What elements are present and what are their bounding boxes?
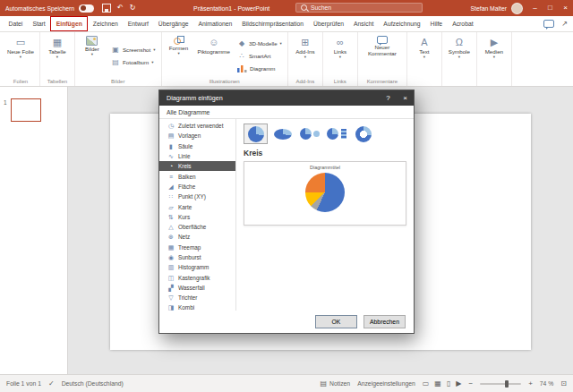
stock-chart-icon: ⇅ — [167, 214, 175, 220]
autosave-toggle[interactable] — [79, 4, 94, 13]
chart-subtype-kreis[interactable] — [244, 124, 268, 144]
share-icon[interactable]: ↗ — [561, 21, 568, 28]
user-name[interactable]: Stefan Malter — [471, 5, 507, 12]
chart-category-balken[interactable]: ≡Balken — [159, 171, 235, 181]
maximize-icon[interactable]: □ — [543, 0, 558, 16]
ribbon-button-3d-modelle[interactable]: ◆3D-Modelle▾ — [235, 38, 285, 49]
zoom-slider-knob[interactable] — [505, 380, 509, 388]
ribbon-button-fotoalbum[interactable]: ▤Fotoalbum▾ — [108, 56, 158, 68]
chart-subtype-ring[interactable] — [351, 124, 375, 144]
chart-category-linie[interactable]: ∿Linie — [159, 151, 235, 161]
ribbon-button-symbole[interactable]: ΩSymbole▾ — [445, 34, 474, 86]
slideshow-icon[interactable]: ▶ — [456, 380, 461, 388]
category-label: Punkt (XY) — [178, 193, 206, 200]
display-settings-button[interactable]: Anzeigeeinstellungen — [357, 380, 415, 387]
tab-start[interactable]: Start — [28, 16, 50, 31]
tab-hilfe[interactable]: Hilfe — [425, 16, 448, 31]
ribbon-button-diagramm[interactable]: Diagramm — [235, 63, 285, 74]
chart-category-kombi[interactable]: ◨Kombi — [159, 303, 235, 311]
smartart-icon: ∴ — [237, 53, 246, 60]
ribbon-button-text[interactable]: AText▾ — [410, 34, 439, 86]
zoom-in-button[interactable]: + — [528, 380, 533, 388]
tab-aufzeichnung[interactable]: Aufzeichnung — [379, 16, 425, 31]
ribbon-button-piktogramme[interactable]: ☺Piktogramme — [195, 34, 233, 78]
reading-view-icon[interactable]: ▯ — [447, 380, 450, 388]
chart-category-kastengrafik[interactable]: ◫Kastengrafik — [159, 272, 235, 282]
ribbon-button-formen[interactable]: Formen▾ — [165, 34, 193, 78]
tab-ansicht[interactable]: Ansicht — [349, 16, 379, 31]
ribbon-button-add-ins[interactable]: ⊞Add-Ins▾ — [291, 34, 320, 78]
dialog-close-icon[interactable]: × — [397, 90, 414, 106]
slide-sorter-icon[interactable]: ▦ — [434, 380, 441, 388]
redo-icon[interactable]: ↻ — [130, 4, 136, 12]
dialog-help-icon[interactable]: ? — [380, 90, 397, 106]
search-box[interactable]: Suchen — [295, 3, 423, 13]
chart-category-oberfläche[interactable]: △Oberfläche — [159, 222, 235, 232]
ribbon-button-screenshot[interactable]: ▣Screenshot▾ — [108, 44, 158, 55]
chart-preview[interactable]: Diagrammtitel — [244, 161, 406, 226]
zoom-slider[interactable] — [480, 383, 521, 385]
normal-view-icon[interactable]: ▭ — [423, 380, 430, 388]
avatar[interactable] — [511, 3, 523, 14]
chart-category-netz[interactable]: ⊛Netz — [159, 232, 235, 242]
zoom-out-button[interactable]: − — [468, 380, 473, 388]
chart-category-kreis[interactable]: ◔Kreis — [159, 161, 235, 171]
comments-icon[interactable] — [543, 20, 554, 28]
screenshot-icon: ▣ — [111, 47, 120, 54]
bar-of-pie-icon — [327, 126, 346, 142]
ribbon-button-links[interactable]: ∞Links▾ — [326, 34, 355, 78]
chart-category-punkt-xy[interactable]: ∷Punkt (XY) — [159, 192, 235, 201]
tab-entwurf[interactable]: Entwurf — [123, 16, 153, 31]
button-label: Medien — [485, 48, 503, 55]
ribbon-button-smartart[interactable]: ∴SmartArt — [235, 50, 285, 62]
undo-icon[interactable]: ↶ — [117, 4, 124, 12]
ribbon-button-tabelle[interactable]: ▦Tabelle▾ — [43, 34, 72, 78]
tab-acrobat[interactable]: Acrobat — [448, 16, 478, 31]
category-label: Kurs — [178, 214, 190, 220]
close-icon[interactable]: × — [558, 0, 573, 16]
tab-animationen[interactable]: Animationen — [193, 16, 237, 31]
zoom-level[interactable]: 74 % — [540, 380, 554, 387]
ribbon-button-neue-folie[interactable]: ▭Neue Folie▾ — [4, 34, 37, 78]
chart-category-sunburst[interactable]: ◉Sunburst — [159, 252, 235, 262]
chart-category-vorlagen[interactable]: ▤Vorlagen — [159, 131, 235, 141]
slide-thumbnail[interactable] — [11, 98, 41, 122]
button-label: Diagramm — [250, 65, 276, 72]
chart-category-trichter[interactable]: ▽Trichter — [159, 293, 235, 303]
ok-button[interactable]: OK — [315, 315, 357, 328]
notes-button[interactable]: ▤ Notizen — [321, 380, 351, 388]
slide-indicator[interactable]: Folie 1 von 1 — [6, 380, 41, 387]
cancel-button[interactable]: Abbrechen — [363, 315, 406, 328]
tab-einfügen[interactable]: Einfügen — [50, 16, 88, 31]
chart-category-karte[interactable]: ▱Karte — [159, 201, 235, 211]
spellcheck-status[interactable]: ✓ — [48, 380, 55, 388]
chart-subtype-kreis-aus-kreis[interactable] — [297, 124, 321, 144]
chart-category-histogramm[interactable]: ▥Histogramm — [159, 262, 235, 272]
ribbon-button-medien[interactable]: ▶Medien▾ — [480, 34, 509, 86]
tab-bildschirmpräsentation[interactable]: Bildschirmpräsentation — [237, 16, 309, 31]
ribbon-button-neuer-kommentar[interactable]: Neuer Kommentar — [361, 34, 404, 78]
tab-übergänge[interactable]: Übergänge — [153, 16, 193, 31]
fit-slide-button[interactable]: ⊡ — [560, 380, 567, 388]
tab-zeichnen[interactable]: Zeichnen — [88, 16, 123, 31]
chart-category-wasserfall[interactable]: ▞Wasserfall — [159, 283, 235, 293]
chart-category-kurs[interactable]: ⇅Kurs — [159, 212, 235, 222]
chart-category-säule[interactable]: ▮Säule — [159, 141, 235, 151]
dropdown-caret-icon: ▾ — [177, 51, 179, 55]
button-label: Neue Folie — [7, 48, 34, 55]
chart-category-zuletzt-verwendet[interactable]: ◷Zuletzt verwendet — [159, 121, 235, 131]
dialog-title-bar[interactable]: Diagramm einfügen ?× — [159, 90, 414, 106]
ribbon-group-illustrationen: Formen▾☺Piktogramme◆3D-Modelle▾∴SmartArt… — [162, 32, 288, 86]
chart-subtype-balken-aus-kreis[interactable] — [324, 124, 348, 144]
category-label: Linie — [178, 153, 191, 159]
minimize-icon[interactable]: – — [527, 0, 543, 16]
ribbon-button-bilder[interactable]: Bilder▾ — [78, 34, 107, 78]
save-icon[interactable] — [102, 4, 111, 13]
chart-category-fläche[interactable]: ◢Fläche — [159, 182, 235, 192]
tab-datei[interactable]: Datei — [4, 16, 28, 31]
chart-subtype-3d-kreis[interactable] — [270, 124, 295, 144]
language-status[interactable]: Deutsch (Deutschland) — [62, 380, 124, 387]
tab-überprüfen[interactable]: Überprüfen — [309, 16, 349, 31]
chart-category-treemap[interactable]: ▦Treemap — [159, 243, 235, 252]
sunburst-chart-icon: ◉ — [167, 254, 175, 260]
